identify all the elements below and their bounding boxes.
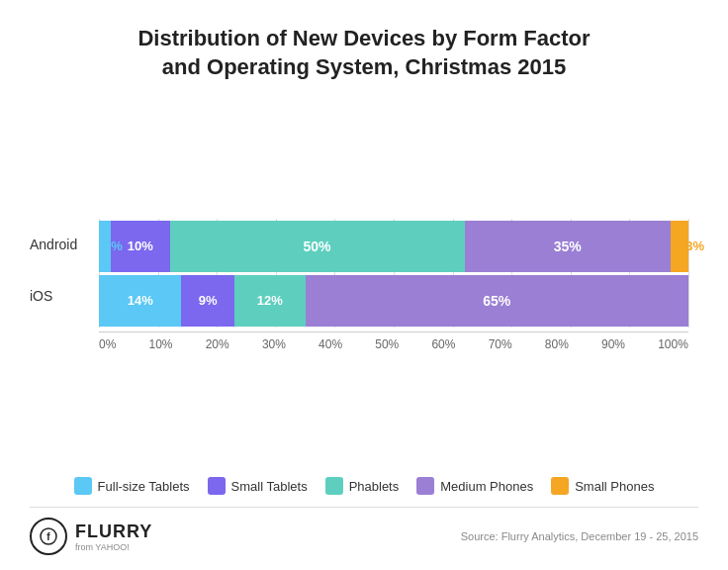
footer-source: Source: Flurry Analytics, December 19 - … (461, 530, 698, 542)
y-label-ios: iOS (30, 270, 99, 322)
legend-label-small-tablets: Small Tablets (231, 479, 308, 494)
ios-phablets-segment: 12% (234, 275, 306, 327)
logo-text-group: FLURRY from YAHOO! (75, 522, 152, 552)
x-label-100: 100% (658, 337, 688, 351)
legend-swatch-medium-phones (416, 477, 434, 495)
ios-small-tablets-segment: 9% (181, 275, 234, 327)
footer-logo: f FLURRY from YAHOO! (30, 518, 152, 555)
x-label-0: 0% (99, 337, 116, 351)
legend-item-phablets: Phablets (325, 477, 400, 495)
x-label-60: 60% (431, 337, 455, 351)
ios-bar-row: 14% 9% 12% 65% (99, 275, 698, 327)
logo-flurry-name: FLURRY (75, 522, 152, 542)
logo-yahoo-sub: from YAHOO! (75, 542, 152, 552)
android-small-phones-segment: 3% (671, 221, 688, 272)
legend-item-small-tablets: Small Tablets (208, 477, 308, 495)
x-label-10: 10% (149, 337, 173, 351)
logo-circle: f (30, 518, 67, 555)
legend-swatch-small-phones (551, 477, 569, 495)
x-label-30: 30% (262, 337, 286, 351)
ios-medium-phones-segment: 65% (306, 275, 688, 327)
footer: f FLURRY from YAHOO! Source: Flurry Anal… (30, 507, 698, 555)
legend-swatch-phablets (325, 477, 343, 495)
title-line1: Distribution of New Devices by Form Fact… (137, 25, 590, 53)
chart-title: Distribution of New Devices by Form Fact… (137, 25, 590, 81)
legend-label-small-phones: Small Phones (575, 479, 654, 494)
x-label-40: 40% (318, 337, 342, 351)
flurry-logo-icon: f (39, 526, 58, 546)
legend-item-full-tablets: Full-size Tablets (74, 477, 190, 495)
legend-swatch-full-tablets (74, 477, 92, 495)
legend-label-medium-phones: Medium Phones (440, 479, 533, 494)
android-medium-phones-segment: 35% (465, 221, 672, 272)
legend-item-medium-phones: Medium Phones (416, 477, 533, 495)
legend-label-full-tablets: Full-size Tablets (98, 479, 190, 494)
x-axis: 0% 10% 20% 30% 40% 50% 60% 70% 80% 90% 1… (99, 332, 698, 351)
x-label-80: 80% (545, 337, 569, 351)
legend: Full-size Tablets Small Tablets Phablets… (74, 477, 655, 495)
android-phablets-segment: 50% (170, 221, 465, 272)
x-label-50: 50% (375, 337, 399, 351)
x-label-70: 70% (489, 337, 512, 351)
android-full-tablets-segment: 2% (99, 221, 111, 272)
svg-text:f: f (46, 531, 50, 542)
chart-area: Android iOS (30, 111, 698, 459)
x-label-20: 20% (206, 337, 229, 351)
legend-item-small-phones: Small Phones (551, 477, 654, 495)
title-line2: and Operating System, Christmas 2015 (137, 53, 590, 82)
legend-swatch-small-tablets (208, 477, 226, 495)
y-label-android: Android (30, 219, 99, 270)
android-bar-row: 2% 10% 50% 35% (99, 221, 698, 272)
ios-full-tablets-segment: 14% (99, 275, 181, 327)
legend-label-phablets: Phablets (349, 479, 400, 494)
x-label-90: 90% (601, 337, 625, 351)
